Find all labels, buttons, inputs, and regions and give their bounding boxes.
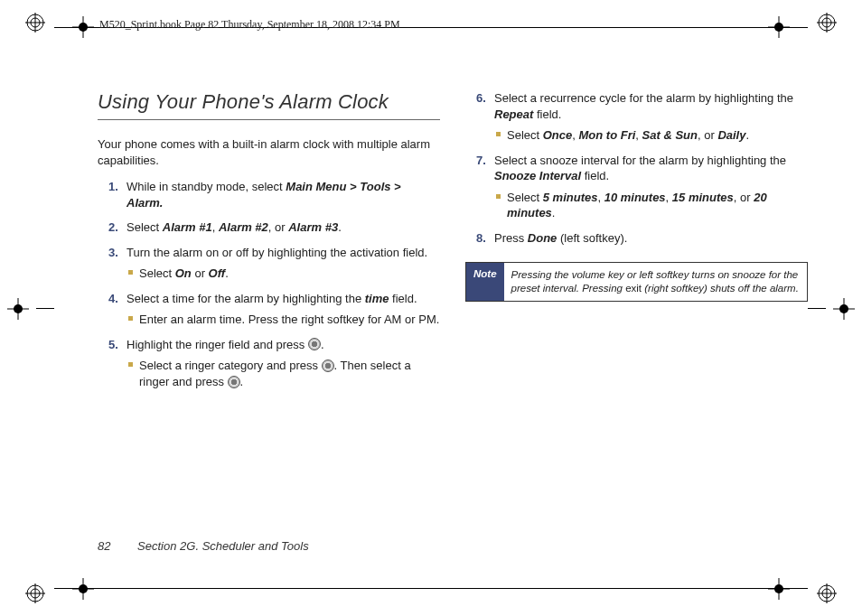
step-text: field.: [389, 292, 417, 305]
step-bold: Alarm #1: [163, 220, 212, 234]
step-bold: Done: [528, 231, 557, 245]
registration-mark-icon: [817, 583, 837, 603]
step-number: 6.: [476, 90, 486, 107]
substep-text: Select: [139, 266, 175, 280]
page-number: 82: [98, 539, 110, 553]
step-text: Select a recurrence cycle for the alarm …: [494, 91, 793, 105]
step-number: 4.: [108, 291, 118, 307]
page-footer: 82 Section 2G. Scheduler and Tools: [98, 539, 309, 553]
step-number: 1.: [108, 179, 118, 195]
step-number: 8.: [476, 230, 486, 247]
substep: Select On or Off.: [126, 266, 440, 282]
nav-key-icon: [308, 338, 321, 350]
substep-bold: Daily: [717, 128, 745, 142]
left-column: Using Your Phone's Alarm Clock Your phon…: [98, 90, 440, 544]
step-number: 2.: [108, 219, 118, 236]
crop-tick: [808, 308, 826, 309]
step-text: Select: [126, 220, 163, 234]
substep-text: .: [240, 375, 244, 388]
nav-key-icon: [322, 359, 334, 372]
crop-mark-icon: [768, 578, 790, 600]
intro-text: Your phone comes with a built-in alarm c…: [98, 136, 440, 168]
step-text: Highlight the ringer field and press: [126, 338, 308, 351]
substep-text: , or: [698, 128, 717, 142]
step-number: 3.: [108, 245, 118, 261]
substep: Select Once, Mon to Fri, Sat & Sun, or D…: [494, 127, 808, 144]
step-bold: Alarm #2: [219, 220, 268, 234]
step-number: 7.: [476, 153, 486, 169]
substep-text: ,: [597, 191, 604, 204]
step-bold: Snooze Interval: [494, 169, 581, 182]
step-bold: Repeat: [494, 107, 533, 121]
substep-bold: Sat & Sun: [642, 128, 698, 142]
step-text: While in standby mode, select: [126, 180, 286, 193]
step-text: field.: [533, 107, 561, 121]
substep-text: Select a ringer category and press: [139, 359, 322, 372]
note-label: Note: [466, 263, 504, 301]
step-text: Turn the alarm on or off by highlighting…: [126, 246, 427, 259]
note-box: Note Pressing the volume key or left sof…: [465, 262, 808, 302]
substep-text: or: [192, 266, 209, 280]
substep-bold: 15 minutes: [672, 191, 734, 204]
registration-mark-icon: [25, 583, 45, 603]
step-text: .: [321, 338, 324, 351]
note-upright: exit: [625, 283, 642, 294]
substep: Enter an alarm time. Press the right sof…: [126, 312, 440, 328]
section-title: Using Your Phone's Alarm Clock: [98, 90, 440, 120]
substep-text: ,: [666, 191, 672, 204]
crop-line: [54, 588, 808, 589]
step-text: Select a snooze interval for the alarm b…: [494, 154, 786, 167]
nav-key-icon: [228, 376, 240, 388]
step-text: .: [338, 220, 342, 234]
step-text: , or: [268, 220, 288, 234]
substep-text: Select: [507, 128, 543, 142]
step-text: ,: [212, 220, 219, 234]
substep-bold: On: [175, 266, 192, 280]
step-bold: time: [365, 292, 389, 305]
page-content: Using Your Phone's Alarm Clock Your phon…: [98, 90, 808, 544]
steps-list: 6. Select a recurrence cycle for the ala…: [465, 90, 808, 246]
substep-bold: Off: [209, 266, 226, 280]
substep-bold: Once: [543, 128, 573, 142]
substep-text: Select: [507, 191, 543, 204]
registration-mark-icon: [817, 13, 837, 33]
page-header: M520_Sprint.book Page 82 Thursday, Septe…: [99, 18, 400, 32]
step-4: 4. Select a time for the alarm by highli…: [114, 291, 440, 328]
step-1: 1. While in standby mode, select Main Me…: [114, 179, 440, 210]
step-text: (left softkey).: [557, 231, 627, 245]
steps-list: 1. While in standby mode, select Main Me…: [98, 179, 440, 389]
substep-text: .: [552, 206, 556, 219]
crop-mark-icon: [72, 578, 94, 600]
note-body: Pressing the volume key or left softkey …: [504, 263, 807, 301]
step-7: 7. Select a snooze interval for the alar…: [482, 153, 808, 221]
substep-text: .: [225, 266, 229, 280]
right-column: 6. Select a recurrence cycle for the ala…: [465, 90, 808, 544]
crop-tick: [36, 308, 54, 309]
note-text: (right softkey) shuts off the alarm.: [642, 283, 799, 294]
registration-mark-icon: [25, 13, 45, 33]
step-3: 3. Turn the alarm on or off by highlight…: [114, 245, 440, 282]
step-8: 8. Press Done (left softkey).: [482, 230, 808, 247]
step-text: Select a time for the alarm by highlight…: [126, 292, 365, 305]
step-number: 5.: [108, 337, 118, 353]
substep-text: ,: [572, 128, 578, 142]
crop-mark-icon: [833, 298, 855, 320]
crop-mark-icon: [7, 298, 29, 320]
step-5: 5. Highlight the ringer field and press …: [114, 337, 440, 390]
substep: Select 5 minutes, 10 minutes, 15 minutes…: [494, 190, 808, 221]
substep-text: , or: [734, 191, 754, 204]
step-text: Press: [494, 231, 528, 245]
substep-bold: 10 minutes: [604, 191, 666, 204]
step-2: 2. Select Alarm #1, Alarm #2, or Alarm #…: [114, 219, 440, 236]
substep-bold: Mon to Fri: [579, 128, 636, 142]
step-bold: Alarm #3: [288, 220, 338, 234]
substep-bold: 5 minutes: [543, 191, 598, 204]
substep-text: ,: [635, 128, 642, 142]
substep: Select a ringer category and press . The…: [126, 358, 440, 389]
step-text: field.: [581, 169, 609, 182]
substep-text: .: [745, 128, 749, 142]
substep-text: Enter an alarm time. Press the right sof…: [139, 313, 439, 326]
step-6: 6. Select a recurrence cycle for the ala…: [482, 90, 808, 144]
section-label: Section 2G. Scheduler and Tools: [137, 539, 309, 553]
